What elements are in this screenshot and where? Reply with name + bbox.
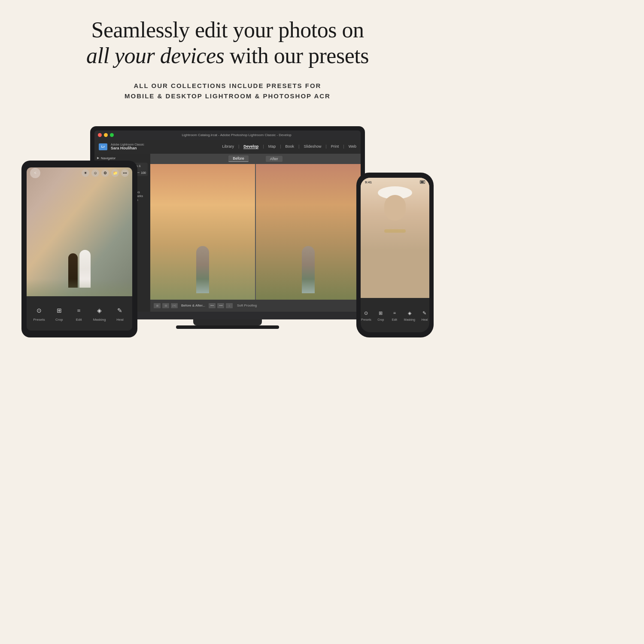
lr-bb-icon3: ∣Y∣ <box>171 303 178 308</box>
lr-username: Sara Houlihan <box>111 146 144 150</box>
lr-before-after-bar: Before After <box>150 154 361 164</box>
person-figure-before <box>196 246 209 293</box>
lr-nav-book[interactable]: Book <box>286 144 295 149</box>
lr-bb-icon4: ⟵ <box>209 303 216 308</box>
traffic-light-green[interactable] <box>110 133 114 137</box>
tablet-icon-folder[interactable]: 📁 <box>111 169 119 177</box>
phone-heal-label: Heal <box>422 318 428 321</box>
tablet-icon-sun[interactable]: ☀ <box>82 169 89 177</box>
lr-nav-map[interactable]: Map <box>268 144 276 149</box>
phone-tool-heal[interactable]: ✎ Heal <box>420 309 429 321</box>
phone-device: 9:41 ⊙ Presets <box>356 173 434 337</box>
laptop-foot <box>176 325 279 329</box>
tablet-toolbar: ⊙ Presets ⊞ Crop ≡ Edit ◈ <box>27 296 132 331</box>
tablet-crop-label: Crop <box>55 318 63 322</box>
subtitle-line1: ALL OUR COLLECTIONS INCLUDE PRESETS FOR <box>134 82 322 89</box>
laptop-titlebar: Lightroom Catalog.lrcat - Adobe Photosho… <box>94 131 361 140</box>
phone-presets-label: Presets <box>361 318 371 321</box>
phone-face <box>384 195 406 221</box>
tablet-tool-crop[interactable]: ⊞ Crop <box>54 305 65 322</box>
phone-photo: 9:41 <box>361 178 429 298</box>
phone-status-icons <box>420 180 425 184</box>
main-title: Seamlessly edit your photos on all your … <box>86 17 369 69</box>
lr-bottom-bar: ⊞ ⊟ ∣Y∣ Before & After... ⟵ ⟶ ↕ Soft Pro… <box>150 300 361 312</box>
title-line2: with our presets <box>230 43 369 68</box>
phone-masking-icon: ◈ <box>405 309 414 317</box>
subtitle: ALL OUR COLLECTIONS INCLUDE PRESETS FOR … <box>86 81 369 101</box>
phone-frame: 9:41 ⊙ Presets <box>356 173 434 337</box>
crop-icon: ⊞ <box>54 305 65 316</box>
devices-section: Lightroom Catalog.lrcat - Adobe Photosho… <box>0 114 455 355</box>
lr-user-info: Adobe Lightroom Classic Sara Houlihan <box>111 143 144 150</box>
phone-crop-label: Crop <box>377 318 384 321</box>
lr-soft-proof-label: Soft Proofing <box>237 304 257 307</box>
tablet-masking-label: Masking <box>93 318 106 322</box>
tablet-screen: < ☀ ☺ ⚙ 📁 ••• ⊙ Preset <box>27 167 132 331</box>
tablet-icon-gear[interactable]: ⚙ <box>101 169 109 177</box>
lr-bb-icon2: ⊟ <box>162 303 169 308</box>
lr-bb-icon6: ↕ <box>226 303 233 308</box>
phone-tool-edit[interactable]: ≡ Edit <box>390 309 399 321</box>
phone-edit-icon: ≡ <box>390 309 399 317</box>
lr-app-name: Adobe Lightroom Classic <box>111 143 144 146</box>
lr-nav-develop[interactable]: Develop <box>243 144 258 149</box>
tablet-photo: < ☀ ☺ ⚙ 📁 ••• <box>27 167 132 296</box>
masking-icon: ◈ <box>94 305 105 316</box>
tablet-tool-masking[interactable]: ◈ Masking <box>93 305 106 322</box>
lr-nav-print[interactable]: Print <box>331 144 339 149</box>
presets-icon: ⊙ <box>33 305 45 316</box>
lr-before-after-dropdown[interactable]: Before & After... <box>181 304 205 307</box>
phone-tools-row: ⊙ Presets ⊞ Crop ≡ Edit ◈ <box>361 306 429 324</box>
lr-nav-web[interactable]: Web <box>349 144 356 149</box>
title-italic: all your devices <box>86 43 224 68</box>
lr-navigator-label: Navigator <box>101 156 115 160</box>
lr-before-btn[interactable]: Before <box>228 155 249 162</box>
tablet-tool-edit[interactable]: ≡ Edit <box>73 305 85 322</box>
tablet-icon-more[interactable]: ••• <box>121 169 129 177</box>
tablet-back-button[interactable]: < <box>30 168 40 178</box>
lr-photo-area: Before After ⊞ <box>150 154 361 312</box>
phone-notch <box>382 173 408 177</box>
lr-bb-icon1: ⊞ <box>154 303 161 308</box>
phone-time: 9:41 <box>365 180 372 184</box>
traffic-light-red[interactable] <box>98 133 102 137</box>
phone-battery-icon <box>420 180 425 184</box>
phone-tool-crop[interactable]: ⊞ Crop <box>377 309 385 321</box>
phone-presets-icon: ⊙ <box>362 309 371 317</box>
laptop-stand <box>193 319 262 325</box>
landscape-overlay <box>27 279 132 296</box>
phone-tool-presets[interactable]: ⊙ Presets <box>361 309 371 321</box>
tablet-edit-label: Edit <box>76 318 82 322</box>
heal-icon: ✎ <box>114 305 125 316</box>
phone-tool-masking[interactable]: ◈ Masking <box>404 309 415 321</box>
laptop-title-text: Lightroom Catalog.lrcat - Adobe Photosho… <box>116 133 357 137</box>
lr-after-btn[interactable]: After <box>266 156 283 162</box>
phone-heal-icon: ✎ <box>420 309 429 317</box>
lr-photos-container <box>150 164 361 300</box>
lr-navigator: ▶ Navigator <box>97 156 148 160</box>
tablet-presets-label: Presets <box>33 318 45 322</box>
phone-screen: 9:41 ⊙ Presets <box>361 178 429 332</box>
lr-nav-slideshow[interactable]: Slideshow <box>304 144 321 149</box>
title-line1: Seamlessly edit your photos on <box>91 18 364 42</box>
lr-bb-icon5: ⟶ <box>217 303 224 308</box>
lr-photo-before <box>150 164 255 300</box>
lr-amount-value: 100 <box>141 171 146 174</box>
phone-edit-label: Edit <box>392 318 397 321</box>
lr-nav-library[interactable]: Library <box>222 144 234 149</box>
tablet-tools-row: ⊙ Presets ⊞ Crop ≡ Edit ◈ <box>33 302 126 325</box>
person-figure-after <box>302 246 315 293</box>
lr-nav: Library | Develop | Map | Book | Slidesh… <box>222 144 356 149</box>
tablet-device: < ☀ ☺ ⚙ 📁 ••• ⊙ Preset <box>21 161 137 337</box>
phone-toolbar: ⊙ Presets ⊞ Crop ≡ Edit ◈ <box>361 298 429 332</box>
header-section: Seamlessly edit your photos on all your … <box>61 0 395 106</box>
phone-crop-icon: ⊞ <box>377 309 385 317</box>
lr-topbar: Lr Adobe Lightroom Classic Sara Houlihan… <box>94 140 361 154</box>
lr-photo-after <box>256 164 361 300</box>
edit-icon: ≡ <box>73 305 85 316</box>
tablet-tool-heal[interactable]: ✎ Heal <box>114 305 125 322</box>
lr-logo-icon: Lr <box>99 143 107 150</box>
traffic-light-yellow[interactable] <box>104 133 108 137</box>
tablet-icon-face[interactable]: ☺ <box>91 169 99 177</box>
tablet-tool-presets[interactable]: ⊙ Presets <box>33 305 45 322</box>
